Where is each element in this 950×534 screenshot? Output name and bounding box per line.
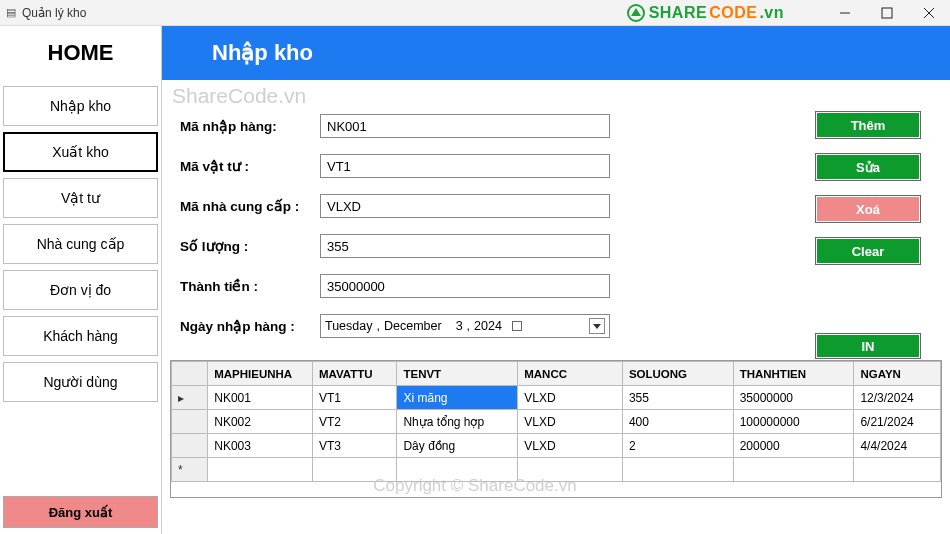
- grid-new-row[interactable]: [172, 458, 941, 482]
- grid-row[interactable]: NK002 VT2 Nhựa tổng hợp VLXD 400 1000000…: [172, 410, 941, 434]
- page-title: Nhập kho: [212, 40, 313, 66]
- brand-text-share: SHARE: [649, 4, 708, 22]
- action-buttons: Thêm Sửa Xoá Clear IN: [816, 112, 920, 358]
- logout-button[interactable]: Đăng xuất: [3, 496, 158, 528]
- window-titlebar: ▤ Quản lý kho SHARECODE.vn: [0, 0, 950, 26]
- cell-soluong[interactable]: 355: [622, 386, 733, 410]
- row-selector-new[interactable]: [172, 458, 208, 482]
- date-picker-ngay-nhap[interactable]: Tuesday , December 3 , 2024: [320, 314, 610, 338]
- print-button[interactable]: IN: [816, 334, 920, 358]
- col-mancc[interactable]: MANCC: [518, 362, 623, 386]
- nav-item-khach-hang[interactable]: Khách hàng: [3, 316, 158, 356]
- brand-logo-icon: [627, 4, 645, 22]
- cell-maphieunha[interactable]: NK002: [208, 410, 313, 434]
- brand-watermark: SHARECODE.vn: [627, 4, 784, 22]
- row-selector[interactable]: [172, 410, 208, 434]
- cell-mavattu[interactable]: VT3: [312, 434, 397, 458]
- label-ma-vat-tu: Mã vật tư :: [180, 158, 320, 174]
- grid-row[interactable]: NK003 VT3 Dây đồng VLXD 2 200000 4/4/202…: [172, 434, 941, 458]
- input-thanh-tien[interactable]: [320, 274, 610, 298]
- row-selector[interactable]: [172, 386, 208, 410]
- input-ma-vat-tu[interactable]: [320, 154, 610, 178]
- date-dropdown-icon[interactable]: [589, 318, 605, 334]
- clear-button[interactable]: Clear: [816, 238, 920, 264]
- calendar-icon: [512, 321, 522, 331]
- window-minimize-button[interactable]: [824, 0, 866, 26]
- label-ngay-nhap: Ngày nhập hàng :: [180, 318, 320, 334]
- cell-empty[interactable]: [622, 458, 733, 482]
- cell-thanhtien[interactable]: 200000: [733, 434, 854, 458]
- input-ma-nhap-hang[interactable]: [320, 114, 610, 138]
- row-selector[interactable]: [172, 434, 208, 458]
- delete-button[interactable]: Xoá: [816, 196, 920, 222]
- grid-row[interactable]: NK001 VT1 Xi măng VLXD 355 35000000 12/3…: [172, 386, 941, 410]
- content-header: Nhập kho: [162, 26, 950, 80]
- cell-soluong[interactable]: 400: [622, 410, 733, 434]
- col-thanhtien[interactable]: THANHTIEN: [733, 362, 854, 386]
- cell-tenvt[interactable]: Dây đồng: [397, 434, 518, 458]
- date-sep2: ,: [467, 319, 470, 333]
- cell-tenvt[interactable]: Nhựa tổng hợp: [397, 410, 518, 434]
- nav-item-nhap-kho[interactable]: Nhập kho: [3, 86, 158, 126]
- content-area: Nhập kho ShareCode.vn Mã nhập hàng: Mã v…: [162, 26, 950, 534]
- label-ma-nhap-hang: Mã nhập hàng:: [180, 118, 320, 134]
- cell-soluong[interactable]: 2: [622, 434, 733, 458]
- label-thanh-tien: Thành tiền :: [180, 278, 320, 294]
- sidebar: HOME Nhập kho Xuất kho Vật tư Nhà cung c…: [0, 26, 162, 534]
- cell-ngayn[interactable]: 6/21/2024: [854, 410, 941, 434]
- cell-empty[interactable]: [208, 458, 313, 482]
- col-maphieunha[interactable]: MAPHIEUNHA: [208, 362, 313, 386]
- cell-empty[interactable]: [312, 458, 397, 482]
- cell-maphieunha[interactable]: NK001: [208, 386, 313, 410]
- nav-item-vat-tu[interactable]: Vật tư: [3, 178, 158, 218]
- col-ngayn[interactable]: NGAYN: [854, 362, 941, 386]
- home-button[interactable]: HOME: [0, 26, 161, 80]
- grid-header-selector: [172, 362, 208, 386]
- date-month: December: [384, 319, 442, 333]
- cell-empty[interactable]: [518, 458, 623, 482]
- brand-text-code: CODE: [709, 4, 757, 22]
- label-ma-ncc: Mã nhà cung cấp :: [180, 198, 320, 214]
- cell-ngayn[interactable]: 4/4/2024: [854, 434, 941, 458]
- window-title: Quản lý kho: [22, 6, 86, 20]
- cell-mancc[interactable]: VLXD: [518, 386, 623, 410]
- input-ma-ncc[interactable]: [320, 194, 610, 218]
- cell-empty[interactable]: [854, 458, 941, 482]
- cell-mancc[interactable]: VLXD: [518, 434, 623, 458]
- svg-rect-1: [882, 8, 892, 18]
- col-soluong[interactable]: SOLUONG: [622, 362, 733, 386]
- date-sep: ,: [376, 319, 379, 333]
- date-day: 3: [456, 319, 463, 333]
- cell-empty[interactable]: [397, 458, 518, 482]
- cell-maphieunha[interactable]: NK003: [208, 434, 313, 458]
- date-year: 2024: [474, 319, 502, 333]
- cell-mavattu[interactable]: VT2: [312, 410, 397, 434]
- window-close-button[interactable]: [908, 0, 950, 26]
- edit-button[interactable]: Sửa: [816, 154, 920, 180]
- nav-item-nha-cung-cap[interactable]: Nhà cung cấp: [3, 224, 158, 264]
- grid-header-row: MAPHIEUNHA MAVATTU TENVT MANCC SOLUONG T…: [172, 362, 941, 386]
- nav-list: Nhập kho Xuất kho Vật tư Nhà cung cấp Đơ…: [0, 80, 161, 402]
- nav-item-xuat-kho[interactable]: Xuất kho: [3, 132, 158, 172]
- cell-mancc[interactable]: VLXD: [518, 410, 623, 434]
- input-so-luong[interactable]: [320, 234, 610, 258]
- cell-thanhtien[interactable]: 100000000: [733, 410, 854, 434]
- cell-ngayn[interactable]: 12/3/2024: [854, 386, 941, 410]
- window-maximize-button[interactable]: [866, 0, 908, 26]
- cell-tenvt[interactable]: Xi măng: [397, 386, 518, 410]
- label-so-luong: Số lượng :: [180, 238, 320, 254]
- cell-empty[interactable]: [733, 458, 854, 482]
- cell-mavattu[interactable]: VT1: [312, 386, 397, 410]
- window-app-icon: ▤: [6, 6, 16, 19]
- brand-text-tld: .vn: [759, 4, 784, 22]
- add-button[interactable]: Thêm: [816, 112, 920, 138]
- cell-thanhtien[interactable]: 35000000: [733, 386, 854, 410]
- nav-item-don-vi-do[interactable]: Đơn vị đo: [3, 270, 158, 310]
- col-mavattu[interactable]: MAVATTU: [312, 362, 397, 386]
- nav-item-nguoi-dung[interactable]: Người dùng: [3, 362, 158, 402]
- data-grid[interactable]: MAPHIEUNHA MAVATTU TENVT MANCC SOLUONG T…: [170, 360, 942, 498]
- date-weekday: Tuesday: [325, 319, 372, 333]
- col-tenvt[interactable]: TENVT: [397, 362, 518, 386]
